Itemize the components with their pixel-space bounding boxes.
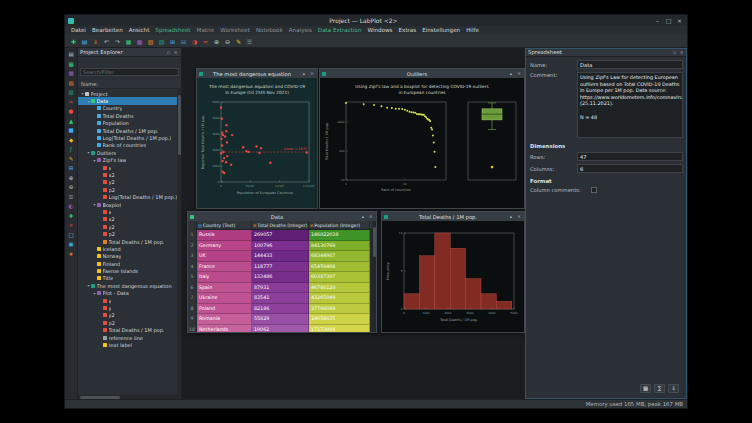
tree-item[interactable]: ▾ Boxplot (78, 201, 181, 208)
row-number[interactable]: 4 (188, 262, 197, 273)
tree-item[interactable]: Norway (78, 253, 181, 260)
tree-vertical-scrollbar[interactable] (177, 89, 181, 395)
tree-item[interactable]: ▾ The most dangerous equation (78, 282, 181, 289)
rows-field[interactable]: 47 (577, 152, 683, 161)
scrollbar-thumb[interactable] (373, 227, 376, 257)
menu-item[interactable]: Hilfe (463, 26, 482, 35)
cell-country[interactable]: Italy (197, 272, 252, 283)
scrollbar-thumb[interactable] (178, 95, 181, 155)
tree-item[interactable]: ▾ Zipf's law (78, 157, 181, 164)
subwindow-titlebar[interactable]: Outliers ▴ × (320, 69, 524, 78)
tree-item[interactable]: Total Deaths / 1M pop. (78, 127, 181, 134)
tree-item[interactable]: text label (78, 341, 181, 348)
menu-item[interactable]: Notebook (253, 26, 286, 35)
zoom-in-icon[interactable]: ⊕ (212, 37, 221, 46)
close-icon[interactable]: × (309, 71, 315, 76)
tree-item[interactable]: Log(Total Deaths / 1M pop.) (78, 134, 181, 141)
tree-item[interactable]: ▾ Plot - Data (78, 290, 181, 297)
column-comments-checkbox[interactable] (591, 187, 597, 193)
add-icon[interactable]: ✚ (67, 212, 76, 220)
minimize-button[interactable]: – (653, 16, 662, 25)
statistics-icon[interactable]: ∑ (654, 384, 665, 393)
project-explorer-header[interactable]: Project Explorer ▫ × (78, 48, 181, 57)
close-icon[interactable]: × (368, 214, 374, 219)
import-data-icon[interactable]: ⊞ (168, 37, 177, 46)
zoom-in-icon[interactable]: ⊕ (67, 174, 76, 182)
cell-country[interactable]: Spain (197, 283, 252, 294)
tree-horizontal-scrollbar[interactable] (78, 395, 181, 399)
menu-item[interactable]: Spreadsheet (152, 26, 193, 35)
row-number[interactable]: 2 (188, 241, 197, 252)
properties-dock-header[interactable]: Spreadsheet ▫ × (526, 48, 687, 57)
restore-icon[interactable]: ▴ (301, 71, 307, 76)
tree-item[interactable]: Rank of countries (78, 142, 181, 149)
cell-country[interactable]: Germany (197, 241, 252, 252)
cell-total-deaths[interactable]: 82186 (252, 304, 309, 315)
text-label-icon[interactable]: ✎ (234, 37, 243, 46)
tree-item[interactable]: x2 (78, 171, 181, 178)
cell-population[interactable]: 19058035 (309, 314, 370, 325)
tree-item[interactable]: ▾ Data (78, 97, 181, 104)
cell-population[interactable]: 17173094 (309, 325, 370, 333)
cell-country[interactable]: France (197, 262, 252, 273)
tree-item[interactable]: Title (78, 275, 181, 282)
columns-field[interactable]: 6 (577, 164, 683, 173)
open-project-icon[interactable]: ▤ (80, 37, 89, 46)
restore-icon[interactable]: ▴ (508, 214, 514, 219)
image-icon[interactable]: ▣ (67, 240, 76, 248)
new-folder-icon[interactable]: ▤ (67, 50, 76, 58)
cell-population[interactable]: 60387397 (309, 272, 370, 283)
column-header[interactable]: ▤ Country (Text) (197, 221, 252, 229)
corner-cell[interactable] (188, 221, 197, 230)
row-number[interactable]: 7 (188, 293, 197, 304)
new-worksheet-icon[interactable]: ▧ (146, 37, 155, 46)
tree-column-header[interactable]: Name: (78, 80, 181, 89)
column-header[interactable]: ⊞ Total Deaths (Integer) (252, 221, 309, 229)
tree-item[interactable]: Total Deaths / 1M pop. (78, 238, 181, 245)
tree-item[interactable]: p2 (78, 186, 181, 193)
table-vertical-scrollbar[interactable] (372, 221, 376, 332)
cell-total-deaths[interactable]: 19062 (252, 325, 309, 333)
tree-item[interactable]: Faeroe Islands (78, 267, 181, 274)
tree-item[interactable]: y (78, 304, 181, 311)
menu-item[interactable]: Matrix (194, 26, 218, 35)
tree-item[interactable]: Finland (78, 260, 181, 267)
menu-item[interactable]: Windows (365, 26, 396, 35)
cell-total-deaths[interactable]: 269057 (252, 230, 309, 241)
cell-total-deaths[interactable]: 83541 (252, 293, 309, 304)
menu-item[interactable]: Ansicht (126, 26, 153, 35)
tree-item[interactable]: x (78, 164, 181, 171)
tree-item[interactable]: x2 (78, 216, 181, 223)
new-spreadsheet-icon[interactable]: ▦ (67, 60, 76, 68)
restore-icon[interactable]: ▴ (508, 71, 514, 76)
cell-country[interactable]: Russia (197, 230, 252, 241)
menu-item[interactable]: Extras (396, 26, 420, 35)
cell-population[interactable]: 146022038 (309, 230, 370, 241)
cell-population[interactable]: 65459468 (309, 262, 370, 273)
menu-item[interactable]: Bearbeiten (89, 26, 126, 35)
export-icon[interactable]: ⇓ (668, 384, 679, 393)
new-project-icon[interactable]: ✚ (69, 37, 78, 46)
cell-total-deaths[interactable]: 55829 (252, 314, 309, 325)
search-input[interactable] (80, 68, 179, 76)
menu-item[interactable]: Worksheet (217, 26, 253, 35)
cell-population[interactable]: 46780120 (309, 283, 370, 294)
equation-plot-canvas[interactable]: The most dangerous equation and COVID-19… (197, 78, 317, 208)
list-icon[interactable]: ☰ (67, 193, 76, 201)
remove-icon[interactable]: × (67, 221, 76, 229)
menu-item[interactable]: Data Extraction (315, 26, 365, 35)
menu-item[interactable]: Einstellungen (419, 26, 463, 35)
pie-icon[interactable]: ◐ (67, 202, 76, 210)
tree-item[interactable]: ▾ Outliers (78, 149, 181, 156)
tree-item[interactable]: p2 (78, 319, 181, 326)
new-matrix-icon[interactable]: ▩ (67, 69, 76, 77)
titlebar[interactable]: Project — LabPlot <2> – □ × (65, 15, 687, 26)
cell-country[interactable]: Romania (197, 314, 252, 325)
new-spreadsheet-icon[interactable]: ▦ (124, 37, 133, 46)
new-notebook-icon[interactable]: ▨ (157, 37, 166, 46)
tree-item[interactable]: Log(Total Deaths / 1M pop.) (78, 193, 181, 200)
name-field[interactable]: Data (577, 60, 683, 69)
column-header[interactable]: ⊞ Population (Integer) (309, 221, 370, 229)
tree-item[interactable]: Iceland (78, 245, 181, 252)
layout-grid-icon[interactable]: ☰ (245, 37, 254, 46)
